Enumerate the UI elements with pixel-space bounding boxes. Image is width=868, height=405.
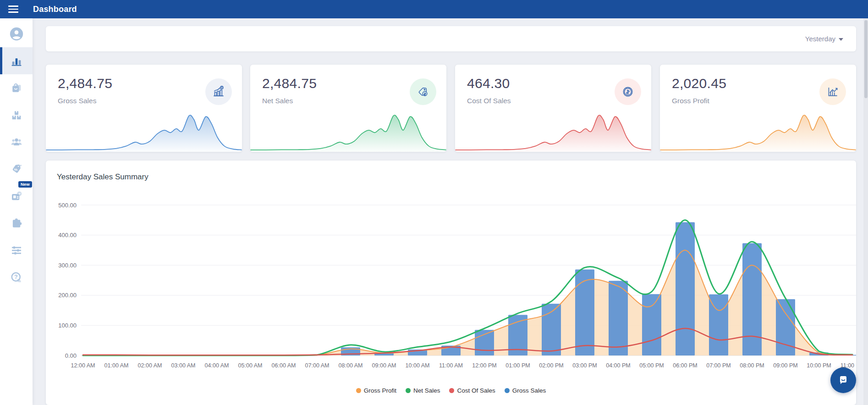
kpi-sparkline xyxy=(46,104,242,152)
svg-text:100.00: 100.00 xyxy=(58,322,77,329)
register-check-icon xyxy=(10,189,23,203)
chart-title: Yesterday Sales Summary xyxy=(57,172,148,182)
growth-arrow-chart-icon xyxy=(819,78,846,105)
chat-bubble-icon xyxy=(837,374,850,387)
sidebar-item-help[interactable]: ? xyxy=(0,264,33,291)
sales-summary-card: Yesterday Sales Summary 0.00100.00200.00… xyxy=(46,161,856,405)
legend-dot-icon xyxy=(449,388,454,393)
chat-launcher-button[interactable] xyxy=(830,367,856,393)
svg-text:10:00 AM: 10:00 AM xyxy=(406,362,430,369)
svg-text:06:00 AM: 06:00 AM xyxy=(272,362,296,369)
svg-text:05:00 PM: 05:00 PM xyxy=(639,362,664,369)
svg-text:02:00 PM: 02:00 PM xyxy=(539,362,564,369)
puzzle-icon xyxy=(10,216,23,230)
kpi-sparkline xyxy=(250,104,446,152)
svg-text:01:00 PM: 01:00 PM xyxy=(505,362,530,369)
kpi-sparkline xyxy=(455,104,651,152)
kpi-card-cost-of-sales: 464.30 Cost Of Sales xyxy=(455,65,651,152)
sliders-icon xyxy=(10,244,23,257)
bar-chart-icon xyxy=(10,55,23,67)
svg-text:09:00 AM: 09:00 AM xyxy=(372,362,396,369)
shopping-bag-icon xyxy=(10,82,23,94)
svg-text:04:00 PM: 04:00 PM xyxy=(606,362,631,369)
sidebar: % ? xyxy=(0,18,33,405)
svg-text:06:00 PM: 06:00 PM xyxy=(673,362,698,369)
sidebar-item-apps[interactable] xyxy=(0,210,33,237)
sidebar-item-customers[interactable] xyxy=(0,128,33,155)
dollar-coin-icon xyxy=(615,78,641,105)
discount-tag-icon: % xyxy=(10,162,23,176)
legend-dot-icon xyxy=(505,388,510,393)
svg-text:03:00 PM: 03:00 PM xyxy=(572,362,597,369)
page-title: Dashboard xyxy=(33,5,77,14)
legend-item[interactable]: Net Sales xyxy=(406,387,440,394)
users-icon xyxy=(10,135,23,149)
svg-text:05:00 AM: 05:00 AM xyxy=(238,362,263,369)
kpi-sparkline xyxy=(660,104,856,152)
sidebar-item-sales[interactable] xyxy=(0,74,33,101)
kpi-value: 2,484.75 xyxy=(58,76,112,91)
help-icon: ? xyxy=(10,271,23,284)
legend-label: Gross Profit xyxy=(364,387,396,394)
legend-item[interactable]: Gross Profit xyxy=(356,387,396,394)
svg-text:08:00 AM: 08:00 AM xyxy=(339,362,363,369)
period-selector-value: Yesterday xyxy=(805,35,835,43)
sidebar-item-account[interactable] xyxy=(0,20,33,47)
kpi-value: 464.30 xyxy=(467,76,510,91)
legend-item[interactable]: Cost Of Sales xyxy=(449,387,495,394)
new-feature-badge: New xyxy=(18,181,32,188)
chart-legend: Gross ProfitNet SalesCost Of SalesGross … xyxy=(46,387,856,394)
svg-text:200.00: 200.00 xyxy=(58,292,77,299)
caret-down-icon xyxy=(839,38,843,41)
price-tag-coin-icon xyxy=(410,78,436,105)
kpi-card-gross-sales: 2,484.75 Gross Sales xyxy=(46,65,242,152)
kpi-value: 2,020.45 xyxy=(672,76,726,91)
svg-text:09:00 PM: 09:00 PM xyxy=(773,362,798,369)
svg-text:07:00 PM: 07:00 PM xyxy=(706,362,731,369)
sidebar-item-discounts[interactable]: % xyxy=(0,155,33,183)
svg-text:08:00 PM: 08:00 PM xyxy=(740,362,764,369)
svg-text:%: % xyxy=(14,167,18,172)
svg-text:04:00 AM: 04:00 AM xyxy=(205,362,229,369)
svg-text:03:00 AM: 03:00 AM xyxy=(171,362,196,369)
period-selector[interactable]: Yesterday xyxy=(805,35,843,43)
sales-chart-svg: 0.00100.00200.00300.00400.00500.0012:00 … xyxy=(46,188,856,372)
svg-text:500.00: 500.00 xyxy=(58,202,77,209)
legend-dot-icon xyxy=(356,388,361,393)
scrollbar-thumb[interactable] xyxy=(864,20,868,98)
legend-dot-icon xyxy=(406,388,411,393)
kpi-card-gross-profit: 2,020.45 Gross Profit xyxy=(660,65,856,152)
sidebar-item-dashboard[interactable] xyxy=(0,47,33,74)
svg-text:12:00 AM: 12:00 AM xyxy=(71,362,95,369)
topbar: Dashboard xyxy=(0,0,868,18)
user-avatar-icon xyxy=(9,26,24,42)
svg-text:02:00 AM: 02:00 AM xyxy=(138,362,162,369)
svg-text:11:00 AM: 11:00 AM xyxy=(439,362,463,369)
svg-text:07:00 AM: 07:00 AM xyxy=(305,362,330,369)
legend-label: Net Sales xyxy=(413,387,440,394)
svg-text:0.00: 0.00 xyxy=(65,352,77,359)
hamburger-menu-icon[interactable] xyxy=(3,0,24,18)
legend-label: Gross Sales xyxy=(512,387,546,394)
sidebar-item-inventory[interactable] xyxy=(0,101,33,128)
sidebar-item-settings[interactable] xyxy=(0,237,33,264)
svg-text:12:00 PM: 12:00 PM xyxy=(472,362,497,369)
sales-chart-coin-icon xyxy=(205,78,232,105)
filter-toolbar: Yesterday xyxy=(46,26,856,51)
svg-text:400.00: 400.00 xyxy=(58,232,77,239)
svg-text:300.00: 300.00 xyxy=(58,262,77,269)
boxes-icon xyxy=(10,109,23,122)
kpi-value: 2,484.75 xyxy=(262,76,317,91)
svg-text:01:00 AM: 01:00 AM xyxy=(104,362,129,369)
legend-item[interactable]: Gross Sales xyxy=(505,387,546,394)
svg-text:?: ? xyxy=(14,274,17,280)
svg-text:10:00 PM: 10:00 PM xyxy=(807,362,831,369)
kpi-card-net-sales: 2,484.75 Net Sales xyxy=(250,65,446,152)
page-scrollbar[interactable] xyxy=(863,18,868,405)
legend-label: Cost Of Sales xyxy=(457,387,495,394)
